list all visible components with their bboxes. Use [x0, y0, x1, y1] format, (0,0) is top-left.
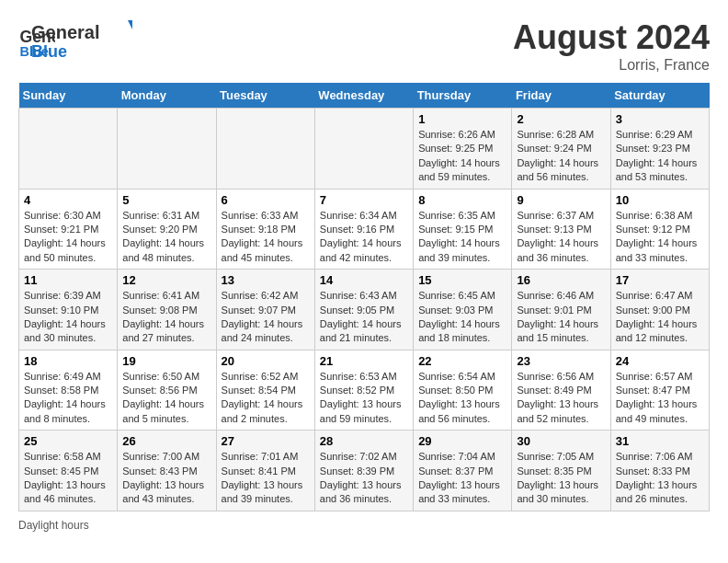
calendar-day-cell: 16Sunrise: 6:46 AMSunset: 9:01 PMDayligh…	[512, 270, 610, 350]
day-detail: Sunrise: 6:28 AMSunset: 9:24 PMDaylight:…	[517, 128, 605, 185]
calendar-day-cell: 5Sunrise: 6:31 AMSunset: 9:20 PMDaylight…	[118, 189, 216, 270]
day-number: 21	[320, 354, 408, 368]
month-title: August 2024	[513, 18, 710, 57]
calendar-day-cell: 3Sunrise: 6:29 AMSunset: 9:23 PMDaylight…	[610, 109, 709, 190]
calendar-day-cell: 27Sunrise: 7:01 AMSunset: 8:41 PMDayligh…	[216, 431, 314, 511]
day-detail: Sunrise: 6:49 AMSunset: 8:58 PMDaylight:…	[24, 370, 112, 427]
day-of-week-header: Wednesday	[314, 83, 413, 109]
calendar-day-cell	[216, 109, 314, 190]
calendar-week-row: 25Sunrise: 6:58 AMSunset: 8:45 PMDayligh…	[19, 431, 710, 511]
day-number: 12	[122, 273, 210, 287]
day-detail: Sunrise: 6:39 AMSunset: 9:10 PMDaylight:…	[24, 289, 112, 346]
day-detail: Sunrise: 6:35 AMSunset: 9:15 PMDaylight:…	[418, 209, 506, 266]
day-detail: Sunrise: 6:54 AMSunset: 8:50 PMDaylight:…	[418, 370, 506, 427]
day-detail: Sunrise: 6:29 AMSunset: 9:23 PMDaylight:…	[616, 128, 704, 185]
day-number: 3	[616, 112, 704, 126]
day-number: 13	[222, 273, 310, 287]
calendar-day-cell: 17Sunrise: 6:47 AMSunset: 9:00 PMDayligh…	[610, 270, 709, 350]
calendar-day-cell: 15Sunrise: 6:45 AMSunset: 9:03 PMDayligh…	[414, 270, 512, 350]
svg-text:General: General	[31, 22, 99, 42]
day-number: 29	[418, 434, 506, 448]
day-number: 7	[320, 193, 408, 207]
calendar-table: SundayMondayTuesdayWednesdayThursdayFrid…	[18, 83, 710, 511]
calendar-day-cell: 7Sunrise: 6:34 AMSunset: 9:16 PMDaylight…	[314, 189, 413, 270]
day-number: 26	[122, 434, 210, 448]
day-detail: Sunrise: 6:57 AMSunset: 8:47 PMDaylight:…	[616, 370, 704, 427]
day-number: 11	[24, 273, 112, 287]
calendar-week-row: 4Sunrise: 6:30 AMSunset: 9:21 PMDaylight…	[19, 189, 710, 270]
day-detail: Sunrise: 6:58 AMSunset: 8:45 PMDaylight:…	[24, 450, 112, 507]
day-number: 1	[418, 112, 506, 126]
day-number: 30	[517, 434, 605, 448]
calendar-day-cell: 14Sunrise: 6:43 AMSunset: 9:05 PMDayligh…	[314, 270, 413, 350]
day-of-week-header: Monday	[118, 83, 216, 109]
day-of-week-header: Friday	[512, 83, 610, 109]
calendar-day-cell: 25Sunrise: 6:58 AMSunset: 8:45 PMDayligh…	[19, 431, 118, 511]
day-detail: Sunrise: 6:56 AMSunset: 8:49 PMDaylight:…	[517, 370, 605, 427]
day-detail: Sunrise: 6:43 AMSunset: 9:05 PMDaylight:…	[320, 289, 408, 346]
title-area: August 2024 Lorris, France	[513, 18, 710, 74]
day-of-week-header: Tuesday	[216, 83, 314, 109]
day-number: 19	[122, 354, 210, 368]
day-number: 14	[320, 273, 408, 287]
calendar-day-cell: 9Sunrise: 6:37 AMSunset: 9:13 PMDaylight…	[512, 189, 610, 270]
calendar-day-cell	[314, 109, 413, 190]
day-number: 8	[418, 193, 506, 207]
day-number: 2	[517, 112, 605, 126]
calendar-day-cell: 26Sunrise: 7:00 AMSunset: 8:43 PMDayligh…	[118, 431, 216, 511]
calendar-day-cell: 19Sunrise: 6:50 AMSunset: 8:56 PMDayligh…	[118, 350, 216, 431]
calendar-day-cell	[118, 109, 216, 190]
day-number: 6	[222, 193, 310, 207]
svg-text:Blue: Blue	[31, 42, 67, 61]
day-detail: Sunrise: 6:37 AMSunset: 9:13 PMDaylight:…	[517, 209, 605, 266]
day-detail: Sunrise: 6:34 AMSunset: 9:16 PMDaylight:…	[320, 209, 408, 266]
day-number: 27	[222, 434, 310, 448]
day-number: 17	[616, 273, 704, 287]
calendar-day-cell: 10Sunrise: 6:38 AMSunset: 9:12 PMDayligh…	[610, 189, 709, 270]
calendar-day-cell: 24Sunrise: 6:57 AMSunset: 8:47 PMDayligh…	[610, 350, 709, 431]
day-number: 4	[24, 193, 112, 207]
header-row: SundayMondayTuesdayWednesdayThursdayFrid…	[19, 83, 710, 109]
calendar-day-cell: 8Sunrise: 6:35 AMSunset: 9:15 PMDaylight…	[414, 189, 512, 270]
calendar-week-row: 1Sunrise: 6:26 AMSunset: 9:25 PMDaylight…	[19, 109, 710, 190]
calendar-day-cell: 2Sunrise: 6:28 AMSunset: 9:24 PMDaylight…	[512, 109, 610, 190]
calendar-week-row: 11Sunrise: 6:39 AMSunset: 9:10 PMDayligh…	[19, 270, 710, 350]
day-detail: Sunrise: 6:30 AMSunset: 9:21 PMDaylight:…	[24, 209, 112, 266]
day-number: 18	[24, 354, 112, 368]
day-detail: Sunrise: 7:02 AMSunset: 8:39 PMDaylight:…	[320, 450, 408, 507]
day-detail: Sunrise: 7:00 AMSunset: 8:43 PMDaylight:…	[122, 450, 210, 507]
day-detail: Sunrise: 6:52 AMSunset: 8:54 PMDaylight:…	[222, 370, 310, 427]
day-number: 10	[616, 193, 704, 207]
day-of-week-header: Sunday	[19, 83, 118, 109]
day-number: 20	[222, 354, 310, 368]
page-header: General Blue General Blue August 2024 Lo…	[18, 18, 710, 74]
calendar-day-cell: 1Sunrise: 6:26 AMSunset: 9:25 PMDaylight…	[414, 109, 512, 190]
location: Lorris, France	[513, 57, 710, 74]
calendar-day-cell: 22Sunrise: 6:54 AMSunset: 8:50 PMDayligh…	[414, 350, 512, 431]
day-detail: Sunrise: 6:46 AMSunset: 9:01 PMDaylight:…	[517, 289, 605, 346]
calendar-day-cell: 6Sunrise: 6:33 AMSunset: 9:18 PMDaylight…	[216, 189, 314, 270]
calendar-day-cell	[19, 109, 118, 190]
calendar-week-row: 18Sunrise: 6:49 AMSunset: 8:58 PMDayligh…	[19, 350, 710, 431]
day-number: 25	[24, 434, 112, 448]
calendar-day-cell: 29Sunrise: 7:04 AMSunset: 8:37 PMDayligh…	[414, 431, 512, 511]
calendar-day-cell: 13Sunrise: 6:42 AMSunset: 9:07 PMDayligh…	[216, 270, 314, 350]
calendar-day-cell: 11Sunrise: 6:39 AMSunset: 9:10 PMDayligh…	[19, 270, 118, 350]
day-number: 5	[122, 193, 210, 207]
calendar-day-cell: 20Sunrise: 6:52 AMSunset: 8:54 PMDayligh…	[216, 350, 314, 431]
footer-note: Daylight hours	[18, 519, 710, 532]
calendar-day-cell: 30Sunrise: 7:05 AMSunset: 8:35 PMDayligh…	[512, 431, 610, 511]
calendar-day-cell: 21Sunrise: 6:53 AMSunset: 8:52 PMDayligh…	[314, 350, 413, 431]
day-detail: Sunrise: 6:31 AMSunset: 9:20 PMDaylight:…	[122, 209, 210, 266]
day-number: 9	[517, 193, 605, 207]
day-detail: Sunrise: 6:38 AMSunset: 9:12 PMDaylight:…	[616, 209, 704, 266]
day-detail: Sunrise: 6:53 AMSunset: 8:52 PMDaylight:…	[320, 370, 408, 427]
day-of-week-header: Saturday	[610, 83, 709, 109]
day-detail: Sunrise: 6:33 AMSunset: 9:18 PMDaylight:…	[222, 209, 310, 266]
calendar-day-cell: 28Sunrise: 7:02 AMSunset: 8:39 PMDayligh…	[314, 431, 413, 511]
day-detail: Sunrise: 7:05 AMSunset: 8:35 PMDaylight:…	[517, 450, 605, 507]
calendar-day-cell: 31Sunrise: 7:06 AMSunset: 8:33 PMDayligh…	[610, 431, 709, 511]
day-number: 31	[616, 434, 704, 448]
day-detail: Sunrise: 6:50 AMSunset: 8:56 PMDaylight:…	[122, 370, 210, 427]
logo-svg: General Blue	[31, 18, 132, 63]
